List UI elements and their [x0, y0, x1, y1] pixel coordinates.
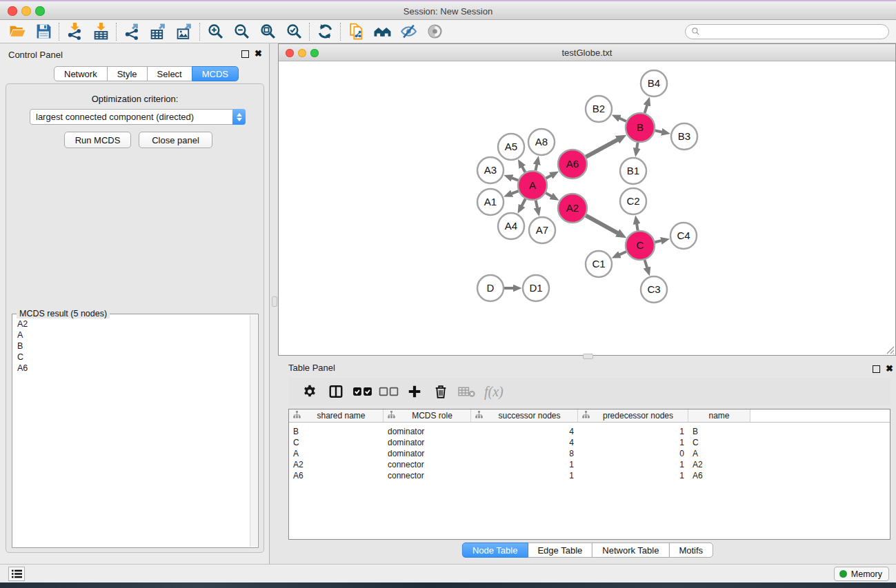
edge-B-B2[interactable] [619, 119, 626, 121]
edge-B-B1[interactable] [637, 143, 637, 149]
cell-predecessor-nodes[interactable]: 1 [578, 427, 688, 436]
float-table-panel-icon[interactable] [873, 365, 880, 373]
tab-select[interactable]: Select [147, 66, 192, 81]
graph-node-A7[interactable]: A7 [529, 217, 555, 243]
import-table-button[interactable] [90, 22, 111, 41]
cell-name[interactable]: A [688, 449, 750, 458]
edge-A-A4[interactable] [521, 199, 525, 205]
deselect-all-rows-button[interactable] [377, 381, 400, 403]
close-table-panel-icon[interactable]: ✖ [886, 364, 893, 374]
tab-node-table[interactable]: Node Table [462, 543, 528, 558]
edge-C-C3[interactable] [645, 260, 648, 268]
cell-shared-name[interactable]: C [289, 438, 384, 447]
cell-predecessor-nodes[interactable]: 1 [578, 438, 688, 447]
result-list-item[interactable]: A6 [13, 363, 249, 374]
graph-node-C1[interactable]: C1 [586, 251, 612, 277]
cell-successor-nodes[interactable]: 8 [471, 449, 578, 458]
export-image-button[interactable] [174, 22, 195, 41]
close-panel-icon[interactable]: ✖ [255, 49, 262, 59]
cell-mcds-role[interactable]: dominator [384, 438, 471, 447]
select-all-rows-button[interactable] [350, 381, 374, 403]
network-canvas[interactable]: B4B2BB3A8A5A6A3B1AA1C2A2A4A7C4CC1C3DD1 [279, 61, 895, 355]
import-network-button[interactable] [64, 22, 85, 41]
edge-A-A1[interactable] [512, 191, 519, 194]
cell-shared-name[interactable]: A2 [289, 460, 384, 469]
graph-node-A2[interactable]: A2 [558, 194, 587, 223]
zoom-in-button[interactable] [205, 22, 226, 41]
edge-A6-B[interactable] [586, 140, 617, 157]
cell-shared-name[interactable]: A6 [289, 471, 384, 480]
edge-C-C4[interactable] [655, 241, 661, 242]
export-network-button[interactable] [121, 22, 142, 41]
tab-mcds[interactable]: MCDS [192, 66, 239, 81]
delete-column-button[interactable] [429, 381, 452, 403]
run-mcds-button[interactable]: Run MCDS [64, 132, 131, 148]
hide-graphics-details-button[interactable] [398, 22, 419, 41]
cell-mcds-role[interactable]: dominator [384, 449, 471, 458]
edge-A2-C[interactable] [586, 216, 617, 234]
cell-shared-name[interactable]: B [289, 427, 384, 436]
result-list-item[interactable]: B [13, 341, 249, 352]
edge-A-A7[interactable] [536, 201, 537, 208]
cell-name[interactable]: C [688, 438, 750, 447]
column-header-successor-nodes[interactable]: successor nodes [471, 409, 578, 422]
cell-name[interactable]: A6 [688, 471, 750, 480]
cell-mcds-role[interactable]: connector [384, 460, 471, 469]
cell-name[interactable]: B [688, 427, 750, 436]
cell-successor-nodes[interactable]: 1 [471, 471, 578, 480]
search-box[interactable] [685, 24, 889, 39]
criterion-select[interactable]: largest connected component (directed) [30, 109, 246, 125]
float-panel-icon[interactable] [241, 50, 249, 58]
graph-node-C[interactable]: C [626, 231, 655, 260]
cell-predecessor-nodes[interactable]: 0 [578, 449, 688, 458]
cell-successor-nodes[interactable]: 4 [471, 427, 578, 436]
cell-name[interactable]: A2 [688, 460, 750, 469]
tab-edge-table[interactable]: Edge Table [527, 543, 593, 558]
home-button[interactable] [372, 22, 392, 41]
vertical-splitter-handle[interactable] [272, 296, 277, 307]
open-file-button[interactable] [7, 22, 28, 41]
search-input[interactable] [704, 27, 883, 37]
edge-A-A3[interactable] [512, 178, 518, 180]
graph-node-A1[interactable]: A1 [477, 189, 504, 215]
export-table-button[interactable] [148, 22, 168, 41]
graph-node-A6[interactable]: A6 [558, 150, 587, 179]
zoom-fit-button[interactable] [257, 22, 278, 41]
column-header-predecessor-nodes[interactable]: predecessor nodes [578, 409, 688, 422]
column-header-name[interactable]: name [688, 409, 750, 422]
result-list-item[interactable]: A2 [13, 318, 249, 330]
node-table[interactable]: shared nameMCDS rolesuccessor nodesprede… [288, 409, 890, 540]
result-list-item[interactable]: A [13, 330, 249, 341]
resize-grip-icon[interactable] [885, 345, 895, 354]
tab-network-table[interactable]: Network Table [592, 543, 669, 558]
tab-motifs[interactable]: Motifs [668, 543, 713, 558]
save-session-button[interactable] [33, 22, 54, 41]
add-column-button[interactable] [403, 381, 426, 403]
table-row[interactable]: A2connector11A2 [289, 459, 890, 470]
graph-node-A8[interactable]: A8 [528, 129, 555, 155]
cell-shared-name[interactable]: A [289, 449, 384, 458]
graph-node-D[interactable]: D [477, 275, 504, 301]
edge-A-A2[interactable] [546, 193, 551, 196]
cell-mcds-role[interactable]: connector [384, 471, 471, 480]
table-row[interactable]: Adominator80A [289, 448, 890, 459]
table-row[interactable]: Bdominator41B [289, 426, 890, 437]
cell-successor-nodes[interactable]: 1 [471, 460, 578, 469]
graph-node-B4[interactable]: B4 [641, 70, 667, 97]
edge-C-C2[interactable] [637, 224, 638, 231]
graph-node-C3[interactable]: C3 [641, 276, 667, 303]
edge-B-B4[interactable] [645, 105, 648, 113]
cell-mcds-role[interactable]: dominator [384, 427, 471, 436]
table-settings-button[interactable] [298, 381, 321, 403]
tab-style[interactable]: Style [107, 66, 148, 81]
show-graphics-details-button[interactable] [424, 22, 445, 41]
zoom-out-button[interactable] [231, 22, 252, 41]
graph-node-A5[interactable]: A5 [498, 134, 524, 160]
column-header-mcds-role[interactable]: MCDS role [384, 409, 471, 422]
graph-node-D1[interactable]: D1 [523, 275, 549, 301]
graph-node-B3[interactable]: B3 [671, 123, 697, 150]
graph-node-A3[interactable]: A3 [477, 157, 504, 183]
result-list-item[interactable]: C [13, 352, 249, 363]
show-columns-button[interactable] [324, 381, 348, 403]
graph-node-A4[interactable]: A4 [498, 213, 524, 239]
